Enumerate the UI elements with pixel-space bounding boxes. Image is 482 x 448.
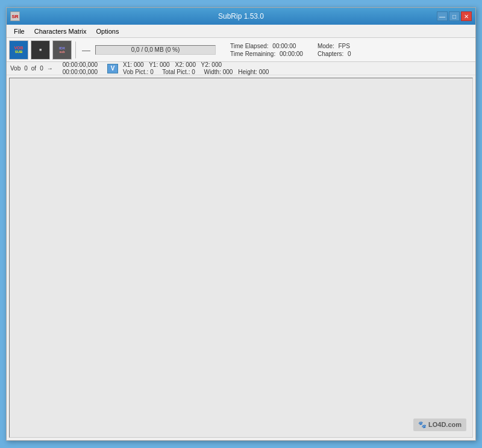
chapters-value: 0 (348, 51, 351, 57)
x1-value: 000 (134, 61, 144, 68)
vob-label: Vob (10, 65, 20, 72)
menu-options[interactable]: Options (92, 26, 124, 36)
y2-label: Y2: (201, 61, 210, 68)
height-label: Height: (238, 69, 257, 75)
time-elapsed-label: Time Elapsed: (230, 43, 269, 49)
vob-section: Vob 0 of 0 → (10, 65, 63, 72)
vob-value: 0 (24, 65, 28, 72)
coords-section: X1: 000 Y1: 000 X2: 000 Y2: 000 Vob Pict… (123, 61, 269, 75)
time-info: Time Elapsed: 00:00:00 Time Remaining: 0… (218, 43, 303, 57)
time-elapsed: Time Elapsed: 00:00:00 (230, 43, 296, 49)
main-window: SR SubRip 1.53.0 — □ ✕ File Characters M… (6, 7, 476, 441)
minimize-button[interactable]: — (437, 11, 448, 21)
time-remaining-label: Time Remaining: (230, 51, 275, 57)
time-section: 00:00:00,000 00:00:00,000 (63, 61, 107, 75)
time-elapsed-value: 00:00:00 (272, 43, 296, 49)
vob-pict-value: 0 (150, 69, 154, 75)
total-pict-label: Total Pict.: (162, 69, 190, 75)
width-label: Width: (204, 69, 221, 75)
progress-bar: 0,0 / 0,0 MB (0 %) (95, 45, 216, 55)
y1-label: Y1: (149, 61, 158, 68)
x1-label: X1: (123, 61, 132, 68)
x2-label: X2: (175, 61, 184, 68)
window-controls: — □ ✕ (437, 11, 472, 21)
toolbar-separator-1 (75, 42, 76, 58)
mode-label: Mode: (318, 43, 334, 49)
mode-row: Mode: FPS (318, 43, 350, 49)
y2-value: 000 (211, 61, 222, 68)
sub-button[interactable]: ■ (31, 40, 50, 60)
watermark-text: LO4D.com (428, 421, 462, 428)
height-value: 000 (259, 69, 269, 75)
maximize-button[interactable]: □ (449, 11, 460, 21)
y1-value: 000 (160, 61, 170, 68)
progress-label: 0,0 / 0,0 MB (0 %) (96, 46, 215, 54)
menu-file[interactable]: File (9, 26, 30, 36)
mode-value: FPS (339, 43, 350, 49)
time1: 00:00:00,000 (63, 61, 98, 68)
coords-row1: X1: 000 Y1: 000 X2: 000 Y2: 000 (123, 61, 269, 68)
chapters-label: Chapters: (318, 51, 343, 57)
menu-characters-matrix[interactable]: Characters Matrix (30, 26, 92, 36)
width-value: 000 (223, 69, 233, 75)
close-button[interactable]: ✕ (461, 11, 472, 21)
of-value: 0 (40, 65, 43, 72)
toolbar: VOB SUB ■ IDX sub — 0,0 / 0,0 MB (0 %) T… (7, 38, 475, 62)
time-remaining: Time Remaining: 00:00:00 (230, 51, 303, 57)
status-bar: Vob 0 of 0 → 00:00:00,000 00:00:00,000 V… (7, 62, 475, 75)
title-bar: SR SubRip 1.53.0 — □ ✕ (7, 8, 475, 25)
vob-button[interactable]: VOB SUB (9, 40, 28, 60)
content-area: 🐾 LO4D.com (9, 78, 473, 438)
mode-info: Mode: FPS Chapters: 0 (305, 43, 351, 57)
arrow-icon: → (47, 65, 53, 72)
time-remaining-value: 00:00:00 (280, 51, 303, 57)
lo4d-watermark: 🐾 LO4D.com (413, 418, 466, 431)
total-pict-value: 0 (192, 69, 195, 75)
v-button[interactable]: V (107, 64, 118, 73)
of-label: of (31, 65, 36, 72)
x2-value: 000 (186, 61, 196, 68)
toolbar-dash: — (80, 45, 93, 55)
app-icon: SR (10, 11, 20, 21)
title-bar-left: SR (10, 11, 20, 21)
chapters-row: Chapters: 0 (318, 51, 351, 57)
menu-bar: File Characters Matrix Options (7, 25, 475, 38)
coords-row2: Vob Pict.: 0 Total Pict.: 0 Width: 000 H… (123, 69, 269, 75)
time2: 00:00:00,000 (63, 69, 98, 75)
window-title: SubRip 1.53.0 (218, 12, 264, 20)
idx-button[interactable]: IDX sub (52, 40, 72, 60)
vob-pict-label: Vob Pict.: (123, 69, 148, 75)
